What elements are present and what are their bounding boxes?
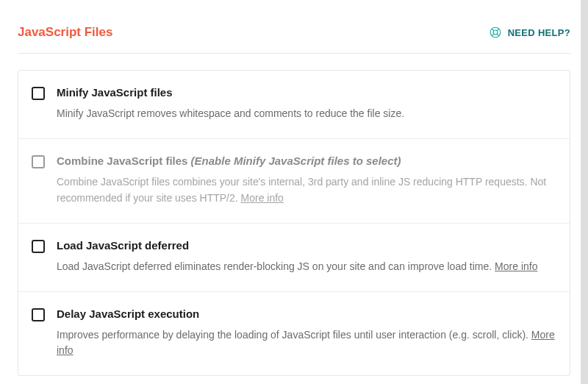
svg-line-2 — [492, 29, 494, 31]
combine-js-checkbox — [32, 155, 45, 168]
svg-point-1 — [493, 30, 498, 35]
option-description: Minify JavaScript removes whitespace and… — [57, 107, 404, 119]
option-title: Delay JavaScript execution — [57, 307, 199, 320]
option-title: Combine JavaScript files — [57, 154, 187, 167]
option-delay-js: Delay JavaScript execution Improves perf… — [18, 292, 570, 376]
section-header: JavaScript Files NEED HELP? — [18, 25, 570, 54]
scrollbar-track[interactable] — [581, 0, 588, 384]
option-title: Load JavaScript deferred — [57, 239, 189, 252]
option-combine-js: Combine JavaScript files (Enable Minify … — [18, 139, 570, 224]
option-title: Minify JavaScript files — [57, 86, 173, 99]
need-help-label: NEED HELP? — [508, 27, 570, 38]
option-hint: (Enable Minify JavaScript files to selec… — [191, 154, 401, 167]
svg-line-5 — [497, 34, 499, 36]
option-defer-js: Load JavaScript deferred Load JavaScript… — [18, 224, 570, 292]
need-help-button[interactable]: NEED HELP? — [489, 26, 570, 39]
defer-js-checkbox[interactable] — [32, 240, 45, 253]
svg-line-4 — [492, 34, 494, 36]
section-title: JavaScript Files — [18, 25, 112, 40]
option-description: Improves performance by delaying the loa… — [57, 329, 528, 341]
more-info-link[interactable]: More info — [241, 192, 284, 204]
option-description: Combine JavaScript files combines your s… — [57, 176, 546, 204]
delay-js-checkbox[interactable] — [32, 308, 45, 321]
options-panel: Minify JavaScript files Minify JavaScrip… — [18, 70, 570, 376]
lifebuoy-icon — [489, 26, 502, 39]
svg-line-3 — [497, 29, 499, 31]
option-description: Load JavaScript deferred eliminates rend… — [57, 260, 492, 272]
minify-js-checkbox[interactable] — [32, 87, 45, 100]
option-minify-js: Minify JavaScript files Minify JavaScrip… — [18, 71, 570, 139]
more-info-link[interactable]: More info — [495, 260, 537, 272]
